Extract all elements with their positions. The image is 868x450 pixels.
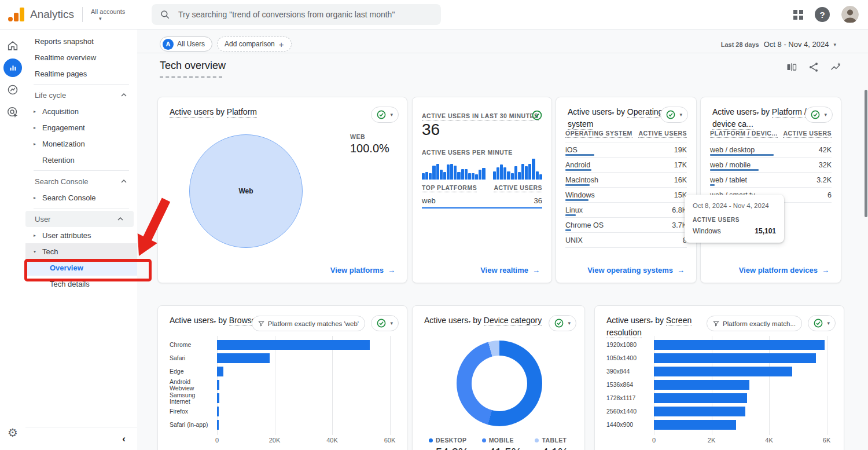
minute-bar[interactable]: [507, 171, 510, 180]
minute-bar[interactable]: [457, 172, 460, 180]
explore-icon[interactable]: [0, 79, 25, 101]
minute-bar[interactable]: [511, 173, 514, 180]
add-comparison-chip[interactable]: Add comparison +: [217, 36, 291, 52]
sidebar-item-engagement[interactable]: ▸Engagement: [25, 119, 137, 136]
table-row[interactable]: Chrome OS3.7K: [565, 218, 687, 233]
donut-chart[interactable]: [457, 341, 542, 426]
table-row[interactable]: Android17K: [565, 158, 687, 173]
minute-bar[interactable]: [503, 167, 506, 180]
minute-bar[interactable]: [468, 173, 471, 180]
sidebar-item-acquisition[interactable]: ▸Acquisition: [25, 103, 137, 119]
bar[interactable]: [217, 420, 219, 430]
minute-bar[interactable]: [525, 166, 528, 180]
bar[interactable]: [217, 367, 223, 376]
minute-bar[interactable]: [447, 164, 450, 180]
table-row[interactable]: web / mobile32K: [710, 158, 832, 173]
minute-bar[interactable]: [521, 164, 524, 180]
minute-bar[interactable]: [539, 174, 542, 180]
bar[interactable]: [654, 340, 825, 350]
data-quality-dropdown[interactable]: ▾: [549, 315, 576, 331]
minute-bar[interactable]: [496, 167, 499, 180]
search-input[interactable]: [177, 9, 433, 20]
table-row[interactable]: web / tablet3.2K: [710, 173, 832, 188]
edit-comparisons-icon[interactable]: [786, 61, 797, 75]
data-quality-dropdown[interactable]: ▾: [805, 107, 833, 123]
sidebar-item-tech-overview[interactable]: Overview: [25, 259, 137, 276]
minute-bar[interactable]: [436, 164, 439, 180]
minute-bar[interactable]: [472, 173, 475, 180]
minute-bar[interactable]: [514, 166, 517, 180]
bar[interactable]: [217, 380, 219, 390]
filter-chip[interactable]: Platform exactly matches 'web': [252, 316, 365, 331]
minute-bar[interactable]: [450, 164, 453, 180]
bar[interactable]: [217, 393, 219, 403]
minute-bar[interactable]: [425, 172, 428, 180]
bar[interactable]: [654, 407, 745, 416]
table-row[interactable]: web / desktop42K: [710, 142, 832, 158]
table-row[interactable]: web 36: [422, 193, 542, 208]
collapse-sidebar-button[interactable]: ‹: [122, 433, 126, 445]
admin-gear-icon[interactable]: ⚙: [0, 426, 25, 440]
analytics-logo-icon[interactable]: [8, 8, 24, 21]
table-row[interactable]: Windows15K: [565, 188, 687, 203]
help-icon[interactable]: ?: [815, 7, 830, 22]
data-quality-dropdown[interactable]: ▾: [660, 107, 688, 123]
sidebar-item-realtime-pages[interactable]: Realtime pages: [25, 65, 137, 82]
bar[interactable]: [654, 393, 747, 403]
insights-icon[interactable]: [830, 61, 841, 75]
vertical-scrollbar[interactable]: [865, 90, 867, 217]
sidebar-item-realtime-overview[interactable]: Realtime overview: [25, 49, 137, 65]
filter-chip[interactable]: Platform exactly match...: [707, 316, 802, 331]
minute-bar[interactable]: [422, 173, 425, 180]
bar[interactable]: [654, 367, 792, 376]
view-operating-systems-link[interactable]: View operating systems →: [587, 266, 685, 275]
user-avatar[interactable]: [841, 6, 859, 23]
date-range-picker[interactable]: Last 28 days Oct 8 - Nov 4, 2024 ▾: [721, 40, 836, 49]
check-circle-icon[interactable]: [532, 110, 542, 123]
sidebar-item-user-attributes[interactable]: ▸User attributes: [25, 227, 137, 243]
minute-bar[interactable]: [518, 172, 521, 180]
bar[interactable]: [654, 353, 816, 363]
bar[interactable]: [654, 380, 749, 390]
view-platform-devices-link[interactable]: View platform devices →: [739, 266, 829, 275]
minute-bar[interactable]: [479, 170, 481, 180]
data-quality-dropdown[interactable]: ▾: [371, 315, 399, 331]
minute-bar[interactable]: [443, 172, 446, 180]
minute-bar[interactable]: [465, 169, 468, 180]
table-row[interactable]: iOS19K: [565, 142, 687, 158]
advertising-icon[interactable]: [0, 101, 25, 123]
bar[interactable]: [217, 340, 370, 350]
bar[interactable]: [217, 353, 270, 363]
data-quality-dropdown[interactable]: ▾: [371, 107, 399, 123]
minute-bar[interactable]: [429, 173, 432, 180]
minute-bar[interactable]: [500, 164, 503, 180]
sidebar-item-reports-snapshot[interactable]: Reports snapshot: [25, 33, 137, 49]
sidebar-item-tech-details[interactable]: Tech details: [25, 276, 137, 292]
view-realtime-link[interactable]: View realtime →: [480, 266, 540, 275]
minute-bar[interactable]: [532, 159, 535, 180]
view-platforms-link[interactable]: View platforms →: [330, 266, 395, 275]
apps-grid-icon[interactable]: [793, 10, 803, 20]
minute-bar[interactable]: [536, 171, 539, 180]
share-icon[interactable]: [808, 61, 819, 75]
reports-icon[interactable]: [0, 57, 25, 79]
sidebar-item-tech[interactable]: ▾Tech: [25, 243, 137, 259]
sidebar-section-life-cycle[interactable]: Life cycle: [25, 87, 137, 103]
account-switcher[interactable]: All accounts ▾: [91, 8, 125, 21]
minute-bar[interactable]: [493, 171, 496, 180]
minute-bar[interactable]: [475, 174, 478, 180]
minute-bar[interactable]: [432, 166, 435, 180]
table-row[interactable]: Linux6.8K: [565, 203, 687, 218]
bar[interactable]: [654, 420, 736, 430]
sidebar-section-search-console[interactable]: Search Console: [25, 173, 137, 189]
home-icon[interactable]: [0, 35, 25, 57]
sidebar-item-search-console[interactable]: ▸Search Console: [25, 189, 137, 206]
search-bar[interactable]: [152, 4, 441, 25]
data-quality-dropdown[interactable]: ▾: [808, 315, 836, 331]
sidebar-item-retention[interactable]: Retention: [25, 152, 137, 168]
sidebar-section-user[interactable]: User: [25, 211, 134, 227]
table-row[interactable]: Macintosh16K: [565, 173, 687, 188]
bar[interactable]: [217, 407, 219, 416]
minute-bar[interactable]: [482, 168, 485, 180]
minute-bar[interactable]: [440, 170, 443, 180]
